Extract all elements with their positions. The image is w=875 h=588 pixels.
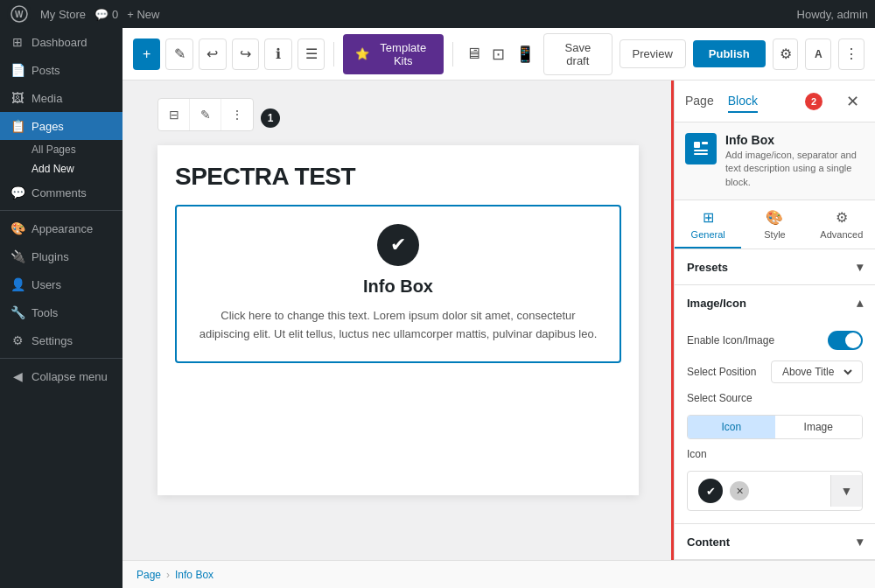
sidebar-item-users[interactable]: 👤 Users <box>0 270 122 298</box>
block-edit-button[interactable]: ✎ <box>190 99 221 130</box>
sidebar-item-tools[interactable]: 🔧 Tools <box>0 298 122 326</box>
advanced-icon: ⚙ <box>836 209 848 226</box>
tablet-view-button[interactable]: ⊡ <box>488 41 508 67</box>
icon-preview: ✔ <box>698 479 723 503</box>
sidebar-item-collapse[interactable]: ◀ Collapse menu <box>0 362 122 390</box>
canvas-panel-row: ⊟ ✎ ⋮ 1 SPECTRA TEST ✔ Info Box Click he… <box>122 80 875 560</box>
redo-button[interactable]: ↪ <box>232 38 260 70</box>
icon-remove-button[interactable]: ✕ <box>730 481 749 500</box>
sidebar-divider <box>0 210 122 211</box>
sidebar-item-appearance[interactable]: 🎨 Appearance <box>0 214 122 242</box>
preview-button[interactable]: Preview <box>620 39 686 68</box>
sidebar-item-label: Dashboard <box>32 36 88 49</box>
enable-icon-toggle[interactable] <box>828 331 863 350</box>
sidebar-item-dashboard[interactable]: ⊞ Dashboard <box>0 28 122 56</box>
general-icon: ⊞ <box>703 209 714 226</box>
publish-button[interactable]: Publish <box>693 40 766 67</box>
block-info-icon <box>685 133 717 164</box>
style-icon: 🎨 <box>766 209 783 226</box>
redo-icon: ↪ <box>240 46 251 62</box>
sidebar-item-comments[interactable]: 💬 Comments <box>0 178 122 206</box>
sidebar-item-media[interactable]: 🖼 Media <box>0 84 122 112</box>
users-icon: 👤 <box>10 277 24 291</box>
source-label: Select Source <box>687 392 863 404</box>
panel-body: Presets ▾ Image/Icon ▴ En <box>675 249 875 560</box>
list-icon: ☰ <box>305 46 318 62</box>
template-kits-button[interactable]: ⭐ Template Kits <box>343 34 444 74</box>
sidebar-item-label: Posts <box>32 64 60 77</box>
tools-icon: 🔧 <box>10 305 24 319</box>
select-position-row: Select Position Above Title Below Title … <box>687 360 863 383</box>
breadcrumb-page[interactable]: Page <box>136 569 161 581</box>
image-icon-header[interactable]: Image/Icon ▴ <box>675 285 875 320</box>
editor-area: + ✎ ↩ ↪ ℹ ☰ ⭐ Template Kits <box>122 28 875 588</box>
select-position-label: Select Position <box>687 366 756 378</box>
info-icon: ℹ <box>276 46 281 62</box>
sidebar-item-posts[interactable]: 📄 Posts <box>0 56 122 84</box>
save-draft-button[interactable]: Save draft <box>543 33 612 75</box>
block-info-text: Info Box Add image/icon, separator and t… <box>725 133 864 189</box>
page-content: SPECTRA TEST ✔ Info Box Click here to ch… <box>158 145 639 495</box>
position-select-input[interactable]: Above Title Below Title Left of Title Ri… <box>779 365 855 379</box>
icon-picker[interactable]: ✔ ✕ ▼ <box>687 471 863 511</box>
sidebar-item-label: Media <box>32 92 62 105</box>
block-type-button[interactable]: ⊟ <box>158 99 190 130</box>
new-button[interactable]: + New <box>127 8 159 21</box>
icon-picker-arrow[interactable]: ▼ <box>830 475 862 507</box>
toolbar-divider-2 <box>452 42 453 66</box>
block-info-row: Info Box Add image/icon, separator and t… <box>685 133 864 189</box>
section-image-icon: Image/Icon ▴ Enable Icon/Image Sel <box>675 285 875 524</box>
more-options-button[interactable]: ⋮ <box>838 38 864 70</box>
brush-button[interactable]: ✎ <box>165 38 193 70</box>
info-box-block[interactable]: ✔ Info Box Click here to change this tex… <box>175 205 621 363</box>
store-name: My Store <box>40 8 86 21</box>
desktop-view-button[interactable]: 🖥 <box>462 41 485 67</box>
image-icon-content: Enable Icon/Image Select Position Above … <box>675 331 875 523</box>
undo-button[interactable]: ↩ <box>199 38 227 70</box>
tab-advanced[interactable]: ⚙ Advanced <box>808 200 875 248</box>
sidebar-item-label: Users <box>32 278 61 291</box>
pages-icon: 📋 <box>10 119 24 133</box>
enable-icon-row: Enable Icon/Image <box>687 331 863 350</box>
posts-icon: 📄 <box>10 63 24 77</box>
astra-button[interactable]: A <box>805 38 831 70</box>
sidebar-item-pages[interactable]: 📋 Pages <box>0 112 122 140</box>
block-more-button[interactable]: ⋮ <box>221 99 253 130</box>
sidebar-item-label: Settings <box>32 334 73 347</box>
breadcrumb-info-box[interactable]: Info Box <box>175 569 214 581</box>
svg-rect-2 <box>694 142 700 148</box>
source-image-button[interactable]: Image <box>775 416 863 438</box>
comments-icon: 💬 <box>10 186 24 200</box>
plugins-icon: 🔌 <box>10 249 24 263</box>
content-header[interactable]: Content ▾ <box>675 524 875 559</box>
presets-header[interactable]: Presets ▾ <box>675 249 875 284</box>
panel-close-button[interactable]: ✕ <box>840 89 864 114</box>
appearance-icon: 🎨 <box>10 221 24 235</box>
list-view-button[interactable]: ☰ <box>298 38 326 70</box>
tab-page[interactable]: Page <box>685 90 714 113</box>
svg-rect-4 <box>694 150 708 151</box>
breadcrumb-separator: › <box>166 569 170 581</box>
sidebar-item-add-new[interactable]: Add New <box>0 159 122 178</box>
position-select[interactable]: Above Title Below Title Left of Title Ri… <box>771 360 863 383</box>
panel-tabs: Page Block 2 ✕ <box>675 80 875 122</box>
tab-style[interactable]: 🎨 Style <box>741 200 808 248</box>
tab-block[interactable]: Block <box>728 90 758 113</box>
info-box-title: Info Box <box>194 276 602 297</box>
tab-general[interactable]: ⊞ General <box>675 200 741 248</box>
sidebar-item-label: Tools <box>32 306 58 319</box>
icon-picker-preview: ✔ ✕ <box>688 472 830 510</box>
sidebar-item-plugins[interactable]: 🔌 Plugins <box>0 242 122 270</box>
sidebar-item-label: Comments <box>32 186 87 200</box>
svg-rect-3 <box>702 142 708 144</box>
brush-icon: ✎ <box>174 46 186 62</box>
mobile-view-button[interactable]: 📱 <box>512 41 538 67</box>
sidebar-item-settings[interactable]: ⚙ Settings <box>0 326 122 354</box>
add-block-button[interactable]: + <box>133 38 160 70</box>
settings-button[interactable]: ⚙ <box>773 38 799 70</box>
source-icon-button[interactable]: Icon <box>688 416 775 438</box>
sidebar-item-all-pages[interactable]: All Pages <box>0 140 122 159</box>
block-name: Info Box <box>725 133 864 147</box>
info-button[interactable]: ℹ <box>264 38 292 70</box>
sidebar-divider-2 <box>0 358 122 359</box>
